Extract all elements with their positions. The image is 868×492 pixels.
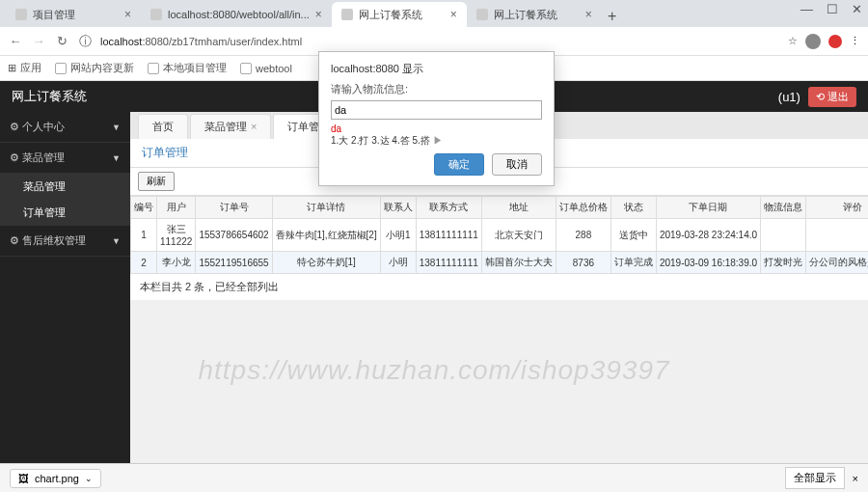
col-header[interactable]: 订单总价格: [556, 197, 610, 219]
page-icon: [148, 63, 159, 74]
sidebar-item-dishes[interactable]: ⚙ 菜品管理▼: [0, 143, 130, 174]
download-item[interactable]: 🖼chart.png⌄: [10, 469, 101, 488]
table-cell: [761, 219, 806, 252]
logout-label: 退出: [827, 91, 849, 102]
sidebar-sub-orders[interactable]: 订单管理: [0, 200, 130, 226]
refresh-button[interactable]: 刷新: [138, 172, 175, 191]
table-cell: 8736: [556, 252, 610, 274]
table-cell: 打发时光: [761, 252, 806, 274]
app-title: 网上订餐系统: [12, 88, 87, 105]
bookmark-label: 本地项目管理: [163, 61, 227, 75]
page-icon: [55, 63, 67, 74]
dialog-cancel-button[interactable]: 取消: [492, 153, 542, 176]
col-header[interactable]: 评价: [806, 197, 868, 219]
tab-dishes[interactable]: 菜品管理×: [190, 114, 271, 139]
tab-home[interactable]: 首页: [138, 114, 188, 139]
chevron-down-icon: ▼: [112, 236, 121, 246]
browser-tab-active[interactable]: 网上订餐系统×: [332, 2, 467, 27]
reload-icon[interactable]: ↻: [54, 34, 69, 48]
extension-icon[interactable]: [828, 35, 842, 48]
dialog-label: 请输入物流信息:: [331, 82, 542, 96]
col-header[interactable]: 状态: [610, 197, 656, 219]
table-row: 2李小龙1552119516655特仑苏牛奶[1]小明13811111111韩国…: [131, 252, 869, 274]
apps-button[interactable]: ⊞应用: [8, 61, 41, 75]
table-cell: 香辣牛肉[1],红烧茄椒[2]: [272, 219, 380, 252]
bookmark-star-icon[interactable]: ☆: [788, 35, 798, 47]
chevron-down-icon: ▼: [112, 123, 121, 132]
dialog-ok-button[interactable]: 确定: [434, 153, 484, 176]
col-header[interactable]: 编号: [131, 197, 157, 219]
col-header[interactable]: 下单日期: [656, 197, 760, 219]
table-cell: 韩国首尔士大夫: [481, 252, 556, 274]
close-icon[interactable]: ×: [315, 8, 322, 21]
table-cell: 288: [556, 219, 610, 252]
minimize-icon[interactable]: —: [800, 2, 813, 16]
gear-icon: ⚙: [10, 151, 19, 163]
close-icon[interactable]: ×: [853, 473, 858, 484]
bookmark-item[interactable]: 网站内容更新: [55, 61, 134, 75]
order-table: 编号用户订单号订单详情联系人联系方式地址订单总价格状态下单日期物流信息评价回复状…: [130, 196, 868, 274]
table-cell: 分公司的风格是地方: [806, 252, 868, 274]
download-bar: 🖼chart.png⌄ 全部显示 ×: [0, 463, 868, 492]
sidebar-label: 售后维权管理: [22, 234, 86, 246]
table-cell: 小明: [380, 252, 416, 274]
table-cell: 李小龙: [157, 252, 196, 274]
avatar-icon[interactable]: [805, 34, 821, 49]
url-host: localhost: [100, 36, 142, 47]
close-icon[interactable]: ×: [585, 8, 592, 21]
close-icon[interactable]: ×: [251, 121, 257, 132]
new-tab-button[interactable]: +: [602, 6, 623, 27]
user-label[interactable]: (u1): [778, 90, 800, 104]
bookmark-item[interactable]: 本地项目管理: [148, 61, 227, 75]
browser-tab[interactable]: 项目管理×: [6, 2, 141, 27]
tab-title: 网上订餐系统: [359, 8, 422, 22]
tab-label: 菜品管理: [204, 121, 247, 132]
col-header[interactable]: 物流信息: [761, 197, 806, 219]
table-cell: [806, 219, 868, 252]
ime-bar[interactable]: da1.大 2.打 3.达 4.答 5.搭 ▶: [331, 123, 542, 148]
table-cell: 2019-03-28 23:24:14.0: [656, 219, 760, 252]
tab-title: 项目管理: [33, 8, 75, 22]
favicon-icon: [341, 9, 353, 20]
close-icon[interactable]: ×: [124, 8, 131, 21]
table-cell: 1: [131, 219, 157, 252]
table-cell: 送货中: [610, 219, 656, 252]
gear-icon: ⚙: [10, 234, 19, 246]
bookmark-label: 网站内容更新: [70, 61, 134, 75]
maximize-icon[interactable]: ☐: [827, 2, 838, 16]
table-summary: 本栏目共 2 条，已经全部列出: [130, 274, 868, 300]
browser-tabbar: 项目管理× localhost:8080/webtool/all/in...× …: [0, 0, 868, 27]
dialog-input[interactable]: [331, 100, 542, 120]
logout-button[interactable]: ⟲ 退出: [808, 87, 856, 107]
chevron-down-icon[interactable]: ⌄: [85, 474, 93, 483]
sidebar-item-aftersale[interactable]: ⚙ 售后维权管理▼: [0, 226, 130, 257]
url-input[interactable]: localhost:8080/zb17tmham/user/index.html: [100, 36, 780, 47]
col-header[interactable]: 用户: [157, 197, 196, 219]
col-header[interactable]: 联系方式: [416, 197, 481, 219]
sidebar-sub-dishes[interactable]: 菜品管理: [0, 174, 130, 200]
menu-icon[interactable]: ⋮: [850, 35, 860, 47]
download-filename: chart.png: [35, 473, 79, 484]
gear-icon: ⚙: [10, 121, 19, 132]
ime-typed: da: [331, 123, 341, 134]
file-icon: 🖼: [18, 473, 29, 484]
favicon-icon: [150, 9, 162, 20]
back-icon[interactable]: ←: [8, 34, 23, 48]
info-icon[interactable]: ⓘ: [77, 33, 93, 50]
tab-label: 首页: [152, 121, 174, 132]
col-header[interactable]: 地址: [481, 197, 556, 219]
browser-tab[interactable]: localhost:8080/webtool/all/in...×: [141, 2, 332, 27]
dialog-host: localhost:8080 显示: [331, 62, 542, 76]
show-all-button[interactable]: 全部显示: [785, 467, 845, 489]
forward-icon[interactable]: →: [31, 34, 46, 48]
bookmark-item[interactable]: webtool: [240, 63, 292, 74]
sidebar-item-personal[interactable]: ⚙ 个人中心▼: [0, 112, 130, 143]
sidebar-label: 菜品管理: [22, 151, 65, 163]
col-header[interactable]: 订单详情: [272, 197, 380, 219]
close-window-icon[interactable]: ✕: [852, 2, 862, 16]
col-header[interactable]: 订单号: [196, 197, 272, 219]
browser-tab[interactable]: 网上订餐系统×: [467, 2, 602, 27]
table-cell: 北京天安门: [481, 219, 556, 252]
col-header[interactable]: 联系人: [380, 197, 416, 219]
close-icon[interactable]: ×: [450, 8, 457, 21]
